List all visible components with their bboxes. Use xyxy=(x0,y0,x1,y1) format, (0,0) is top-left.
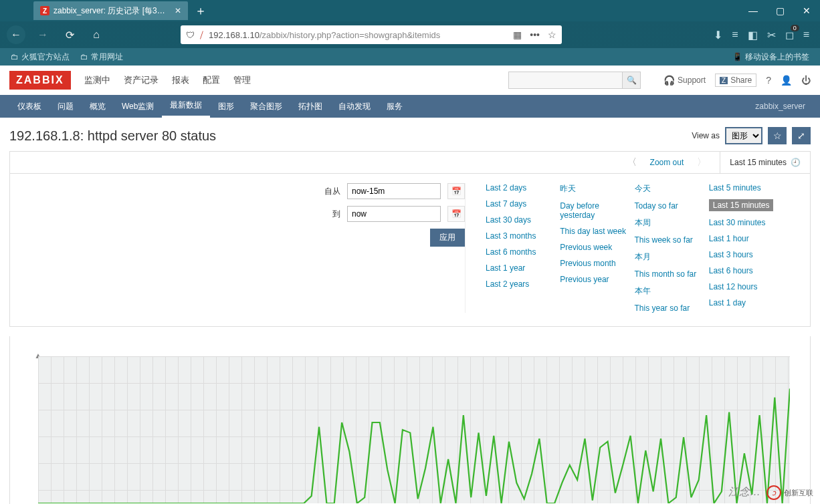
time-preset-link[interactable]: Last 12 hours xyxy=(709,282,783,291)
time-preset-link[interactable]: This day last week xyxy=(560,227,634,236)
time-preset-link[interactable]: Last 1 year xyxy=(486,263,560,273)
bookmark-star-icon[interactable]: ☆ xyxy=(548,29,556,40)
downloads-icon[interactable]: ⬇ xyxy=(714,29,722,41)
subnav-overview[interactable]: 概览 xyxy=(82,95,114,118)
time-preset-link[interactable]: Last 30 minutes xyxy=(709,218,783,227)
topnav-reports[interactable]: 报表 xyxy=(172,74,189,86)
address-bar[interactable]: 🛡 ⧸ 192.168.1.10/zabbix/history.php?acti… xyxy=(181,25,562,44)
bookmark-item[interactable]: 🗀常用网址 xyxy=(80,51,123,63)
from-input[interactable] xyxy=(347,183,441,199)
to-calendar-button[interactable]: 📅 xyxy=(447,206,465,222)
time-preset-link[interactable]: 本年 xyxy=(635,285,709,297)
support-link[interactable]: 🎧Support xyxy=(663,75,706,86)
browser-tab-strip: Z zabbix_server: 历史记录 [每3… ✕ ＋ — ▢ ✕ xyxy=(0,0,820,21)
time-preset-link[interactable]: Day before yesterday xyxy=(560,201,634,220)
time-preset-link[interactable]: Last 1 day xyxy=(709,298,783,307)
from-calendar-button[interactable]: 📅 xyxy=(447,183,465,199)
line-series xyxy=(38,356,790,503)
calendar-icon: 📅 xyxy=(451,209,462,219)
time-preset-link[interactable]: Last 30 days xyxy=(486,215,560,225)
time-filter-panel: 自从 📅 到 📅 应用 Last 2 daysLast 7 daysLast 3… xyxy=(9,174,811,327)
time-preset-link[interactable]: 本周 xyxy=(635,217,709,229)
forward-button[interactable]: → xyxy=(33,25,52,44)
subnav-maps[interactable]: 拓扑图 xyxy=(290,95,330,118)
new-tab-button[interactable]: ＋ xyxy=(195,3,207,19)
time-preset-link[interactable]: Last 2 days xyxy=(486,183,560,193)
more-icon[interactable]: ••• xyxy=(530,29,540,40)
time-preset-link[interactable]: Last 5 minutes xyxy=(709,183,783,193)
subnav-graphs[interactable]: 图形 xyxy=(210,95,242,118)
home-button[interactable]: ⌂ xyxy=(87,25,106,44)
subnav-discovery[interactable]: 自动发现 xyxy=(330,95,379,118)
server-name: zabbix_server xyxy=(755,102,811,111)
time-preset-link[interactable]: Last 2 years xyxy=(486,279,560,289)
tab-favicon-icon: Z xyxy=(40,6,49,15)
zoom-out-button[interactable]: Zoom out xyxy=(650,158,684,167)
global-search-input[interactable] xyxy=(508,72,622,89)
back-button[interactable]: ← xyxy=(7,25,25,44)
minimize-button[interactable]: — xyxy=(740,3,766,19)
library-icon[interactable]: ≡ xyxy=(732,29,738,41)
time-preset-link[interactable]: Last 7 days xyxy=(486,199,560,209)
container-icon[interactable]: ◻0 xyxy=(785,29,794,41)
time-preset-link[interactable]: Last 1 hour xyxy=(709,234,783,243)
subnav-web[interactable]: Web监测 xyxy=(114,95,162,118)
screenshot-icon[interactable]: ✂ xyxy=(767,29,776,41)
fullscreen-button[interactable]: ⤢ xyxy=(792,127,811,144)
search-icon: 🔍 xyxy=(627,76,637,85)
apply-button[interactable]: 应用 xyxy=(430,229,465,247)
topnav-inventory[interactable]: 资产记录 xyxy=(124,74,159,86)
subnav-problems[interactable]: 问题 xyxy=(49,95,82,118)
help-icon[interactable]: ? xyxy=(766,75,771,86)
qr-icon[interactable]: ▦ xyxy=(513,29,522,40)
view-as-select[interactable]: 图形 xyxy=(725,127,762,144)
time-preset-link[interactable]: Previous week xyxy=(560,243,634,252)
hamburger-icon[interactable]: ≡ xyxy=(803,29,809,41)
device-icon: 📱 xyxy=(732,52,742,61)
current-range[interactable]: Last 15 minutes 🕘 xyxy=(720,152,801,173)
time-preset-link[interactable]: 昨天 xyxy=(560,183,634,195)
shield-icon: 🛡 xyxy=(186,30,195,40)
subnav-latest[interactable]: 最新数据 xyxy=(162,95,210,118)
time-preset-link[interactable]: Today so far xyxy=(635,201,709,211)
time-preset-link[interactable]: Last 6 hours xyxy=(709,266,783,275)
close-icon[interactable]: ✕ xyxy=(175,6,181,15)
next-range-button[interactable]: 〉 xyxy=(697,156,706,168)
subnav-screens[interactable]: 聚合图形 xyxy=(242,95,290,118)
prev-range-button[interactable]: 〈 xyxy=(627,156,637,168)
browser-tab[interactable]: Z zabbix_server: 历史记录 [每3… ✕ xyxy=(33,1,188,20)
topnav-admin[interactable]: 管理 xyxy=(233,74,251,86)
time-preset-link[interactable]: Previous month xyxy=(560,259,634,268)
topnav-monitoring[interactable]: 监测中 xyxy=(84,74,110,86)
bookmark-item[interactable]: 🗀火狐官方站点 xyxy=(11,51,70,63)
topnav-config[interactable]: 配置 xyxy=(203,74,220,86)
power-icon[interactable]: ⏻ xyxy=(801,75,811,86)
graph-canvas[interactable]: ▲ xyxy=(30,350,790,503)
view-as-label: View as xyxy=(692,131,720,140)
search-button[interactable]: 🔍 xyxy=(622,72,641,89)
time-preset-link[interactable]: This week so far xyxy=(635,235,709,245)
app-logo[interactable]: ZABBIX xyxy=(9,71,71,90)
time-preset-link[interactable]: Previous year xyxy=(560,275,634,284)
favorite-button[interactable]: ☆ xyxy=(768,127,787,144)
share-link[interactable]: ZShare xyxy=(715,74,756,87)
z-icon: Z xyxy=(720,77,728,84)
address-row: ← → ⟳ ⌂ 🛡 ⧸ 192.168.1.10/zabbix/history.… xyxy=(0,21,820,48)
mobile-bookmarks[interactable]: 📱移动设备上的书签 xyxy=(732,51,809,63)
time-preset-link[interactable]: This year so far xyxy=(635,303,709,313)
time-preset-link[interactable]: 今天 xyxy=(635,183,709,195)
close-window-button[interactable]: ✕ xyxy=(793,3,820,19)
user-icon[interactable]: 👤 xyxy=(781,75,792,86)
sidebar-icon[interactable]: ◧ xyxy=(748,29,758,41)
time-preset-link[interactable]: Last 3 months xyxy=(486,231,560,241)
time-preset-link[interactable]: Last 3 hours xyxy=(709,250,783,259)
time-preset-link[interactable]: Last 15 minutes xyxy=(709,199,774,211)
subnav-services[interactable]: 服务 xyxy=(379,95,411,118)
time-preset-link[interactable]: Last 6 months xyxy=(486,247,560,257)
to-input[interactable] xyxy=(347,206,441,222)
maximize-button[interactable]: ▢ xyxy=(766,3,793,19)
subnav-dashboard[interactable]: 仪表板 xyxy=(9,95,49,118)
time-preset-link[interactable]: This month so far xyxy=(635,269,709,279)
reload-button[interactable]: ⟳ xyxy=(60,25,79,44)
time-preset-link[interactable]: 本月 xyxy=(635,251,709,263)
